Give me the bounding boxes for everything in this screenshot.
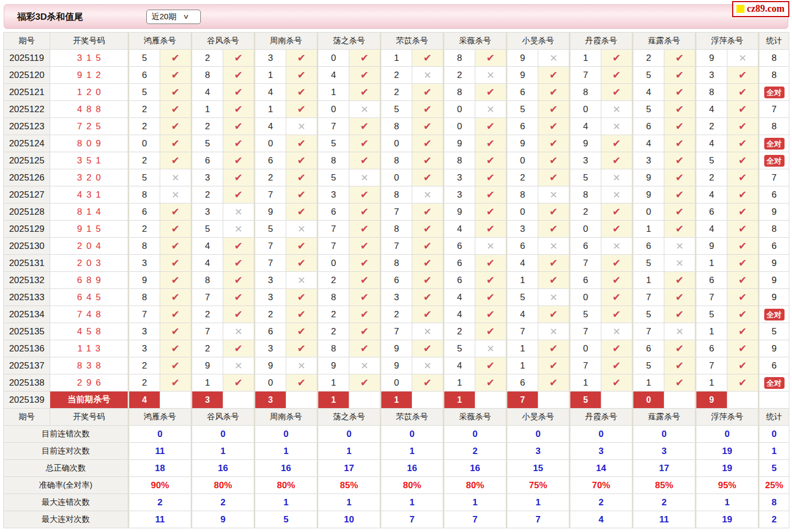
kill-number: 6 bbox=[507, 374, 538, 392]
draw-numbers: 120 bbox=[50, 84, 129, 101]
kill-number: 6 bbox=[633, 238, 664, 255]
hit-mark: ✔ bbox=[349, 67, 381, 84]
kill-number: 5 bbox=[381, 101, 412, 118]
column-header-expert: 小旻杀号 bbox=[507, 33, 570, 50]
period-cell: 2025133 bbox=[4, 289, 50, 306]
hit-mark: ✔ bbox=[412, 374, 444, 392]
summary-row: 准确率(全对率)90%80%80%85%80%80%75%70%85%95%25… bbox=[4, 477, 789, 494]
stat-cell: 全对 bbox=[759, 374, 789, 392]
column-header-expert: 芣苡杀号 bbox=[381, 33, 444, 50]
kill-number: 5 bbox=[192, 135, 223, 152]
kill-number: 0 bbox=[318, 50, 349, 67]
kill-number: 3 bbox=[129, 323, 160, 340]
summary-value: 1 bbox=[696, 494, 759, 511]
miss-mark: ✕ bbox=[601, 323, 633, 340]
summary-value: 95% bbox=[696, 477, 759, 494]
hit-mark: ✔ bbox=[160, 238, 192, 255]
summary-value: 17 bbox=[633, 460, 696, 477]
hit-mark: ✔ bbox=[160, 101, 192, 118]
hit-mark: ✔ bbox=[412, 84, 444, 101]
hit-mark: ✔ bbox=[475, 357, 507, 374]
kill-number: 1 bbox=[318, 374, 349, 392]
summary-stat: 5 bbox=[759, 460, 789, 477]
hit-mark: ✔ bbox=[664, 272, 696, 289]
kill-number: 5 bbox=[444, 340, 475, 357]
kill-number: 6 bbox=[318, 204, 349, 221]
current-empty-cell bbox=[286, 392, 318, 409]
column-header-expert: 薤露杀号 bbox=[633, 33, 696, 50]
current-empty-cell bbox=[475, 392, 507, 409]
current-empty-cell bbox=[727, 392, 759, 409]
kill-number: 1 bbox=[507, 272, 538, 289]
hit-mark: ✔ bbox=[727, 340, 759, 357]
hit-mark: ✔ bbox=[160, 374, 192, 392]
kill-number: 9 bbox=[444, 204, 475, 221]
kill-number: 4 bbox=[255, 118, 286, 135]
kill-number: 0 bbox=[129, 135, 160, 152]
hit-mark: ✔ bbox=[601, 221, 633, 238]
hit-mark: ✔ bbox=[601, 357, 633, 374]
column-header-expert: 周南杀号 bbox=[255, 33, 318, 50]
summary-row-label: 总正确次数 bbox=[4, 460, 129, 477]
hit-mark: ✔ bbox=[286, 340, 318, 357]
kill-number: 3 bbox=[318, 186, 349, 204]
kill-number: 9 bbox=[633, 169, 664, 186]
stat-cell: 8 bbox=[759, 50, 789, 67]
hit-mark: ✔ bbox=[727, 135, 759, 152]
hit-mark: ✔ bbox=[475, 289, 507, 306]
current-kill-number: 9 bbox=[696, 392, 727, 409]
summary-value: 19 bbox=[696, 443, 759, 460]
kill-number: 9 bbox=[633, 186, 664, 204]
hit-mark: ✔ bbox=[601, 50, 633, 67]
miss-mark: ✕ bbox=[727, 50, 759, 67]
current-kill-number: 3 bbox=[255, 392, 286, 409]
hit-mark: ✔ bbox=[475, 255, 507, 272]
hit-mark: ✔ bbox=[412, 221, 444, 238]
hit-mark: ✔ bbox=[223, 169, 255, 186]
table-row: 20251336458✔7✔3✔8✔3✔4✔5✕0✔7✔7✔9 bbox=[4, 289, 789, 306]
column-header-expert: 丹霞杀号 bbox=[570, 409, 633, 426]
hit-mark: ✔ bbox=[727, 323, 759, 340]
table-row: 20251299152✔5✕5✕7✔8✔4✔3✔0✔1✔4✔8 bbox=[4, 221, 789, 238]
kill-number: 2 bbox=[255, 169, 286, 186]
hit-mark: ✔ bbox=[412, 118, 444, 135]
summary-value: 0 bbox=[129, 426, 192, 443]
hit-mark: ✔ bbox=[664, 357, 696, 374]
range-select[interactable]: 近20期 ∨ bbox=[146, 10, 201, 24]
kill-number: 3 bbox=[192, 169, 223, 186]
summary-row: 总正确次数181616171616151417195 bbox=[4, 460, 789, 477]
kill-number: 2 bbox=[129, 221, 160, 238]
kill-number: 2 bbox=[696, 169, 727, 186]
hit-mark: ✔ bbox=[160, 67, 192, 84]
kill-number: 2 bbox=[192, 186, 223, 204]
hit-mark: ✔ bbox=[664, 221, 696, 238]
kill-number: 3 bbox=[444, 186, 475, 204]
draw-numbers: 203 bbox=[50, 255, 129, 272]
column-header-numbers: 开奖号码 bbox=[50, 409, 129, 426]
summary-value: 11 bbox=[129, 443, 192, 460]
period-cell: 2025129 bbox=[4, 221, 50, 238]
hit-mark: ✔ bbox=[286, 374, 318, 392]
kill-number: 1 bbox=[633, 221, 664, 238]
hit-mark: ✔ bbox=[286, 204, 318, 221]
kill-number: 6 bbox=[381, 272, 412, 289]
kill-number: 8 bbox=[381, 255, 412, 272]
hit-mark: ✔ bbox=[475, 118, 507, 135]
hit-mark: ✔ bbox=[664, 67, 696, 84]
kill-number: 0 bbox=[444, 101, 475, 118]
kill-number: 0 bbox=[381, 135, 412, 152]
kill-number: 8 bbox=[444, 152, 475, 169]
kill-number: 0 bbox=[570, 221, 601, 238]
period-cell: 2025123 bbox=[4, 118, 50, 135]
kill-number: 7 bbox=[381, 238, 412, 255]
current-empty-cell bbox=[349, 392, 381, 409]
hit-mark: ✔ bbox=[727, 357, 759, 374]
period-cell: 2025136 bbox=[4, 340, 50, 357]
hit-mark: ✔ bbox=[223, 238, 255, 255]
kill-number: 4 bbox=[444, 221, 475, 238]
hit-mark: ✔ bbox=[349, 186, 381, 204]
hit-mark: ✔ bbox=[601, 67, 633, 84]
kill-number: 3 bbox=[129, 255, 160, 272]
header-row: 期号开奖号码鸿雁杀号谷风杀号周南杀号荡之杀号芣苡杀号采薇杀号小旻杀号丹霞杀号薤露… bbox=[4, 409, 789, 426]
miss-mark: ✕ bbox=[412, 323, 444, 340]
